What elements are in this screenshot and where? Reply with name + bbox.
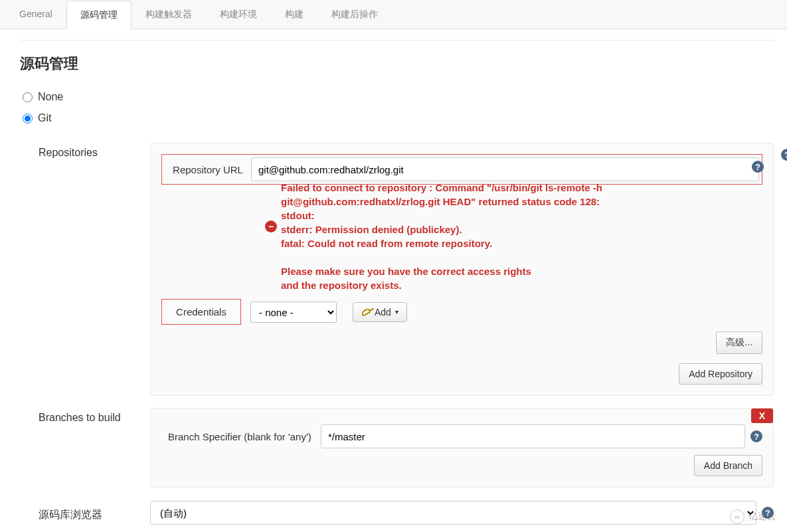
config-tabs: General 源码管理 构建触发器 构建环境 构建 构建后操作 <box>0 0 787 29</box>
credentials-label: Credentials <box>161 299 241 325</box>
tab-general[interactable]: General <box>5 0 66 29</box>
divider <box>20 40 774 41</box>
advanced-button[interactable]: 高级... <box>716 331 762 354</box>
credentials-select[interactable]: - none - <box>250 302 337 323</box>
add-repository-button[interactable]: Add Repository <box>679 363 762 385</box>
add-credentials-button[interactable]: Add ▾ <box>353 302 407 322</box>
scm-git-row[interactable]: Git <box>23 112 774 124</box>
branches-body: X Branch Specifier (blank for 'any') ? A… <box>150 408 774 488</box>
tab-scm[interactable]: 源码管理 <box>66 1 131 29</box>
branch-specifier-row: Branch Specifier (blank for 'any') ? <box>161 424 762 448</box>
help-icon[interactable]: ? <box>752 161 764 173</box>
error-row: − Failed to connect to repository : Comm… <box>161 181 762 292</box>
help-icon[interactable]: ? <box>750 430 762 442</box>
credentials-row: Credentials - none - Add ▾ <box>161 299 762 325</box>
scm-git-label: Git <box>38 112 51 124</box>
section-title: 源码管理 <box>20 54 774 74</box>
tab-build[interactable]: 构建 <box>271 0 317 29</box>
branch-specifier-label: Branch Specifier (blank for 'any') <box>161 426 321 448</box>
cloud-icon: ∞ <box>730 509 744 524</box>
repo-browser-select[interactable]: (自动) <box>150 501 756 525</box>
error-icon: − <box>265 221 277 232</box>
repositories-row: Repositories ? Repository URL ? − Failed… <box>39 143 774 396</box>
delete-branch-button[interactable]: X <box>751 408 773 423</box>
branch-specifier-input[interactable] <box>321 424 745 448</box>
add-label: Add <box>375 307 391 317</box>
repositories-body: ? Repository URL ? − Failed to connect t… <box>150 143 774 396</box>
chevron-down-icon: ▾ <box>395 308 398 315</box>
branches-label: Branches to build <box>39 408 150 424</box>
watermark: ∞ 亿速云 <box>730 509 776 524</box>
repo-browser-label: 源码库浏览器 <box>39 504 150 522</box>
repositories-label: Repositories <box>39 143 150 159</box>
tab-postbuild[interactable]: 构建后操作 <box>317 0 392 29</box>
scm-none-row[interactable]: None <box>23 91 774 103</box>
branches-row: Branches to build X Branch Specifier (bl… <box>39 408 774 488</box>
add-branch-button[interactable]: Add Branch <box>694 455 762 476</box>
tab-env[interactable]: 构建环境 <box>206 0 271 29</box>
error-text: Failed to connect to repository : Comman… <box>281 181 602 292</box>
tab-triggers[interactable]: 构建触发器 <box>131 0 206 29</box>
repo-browser-row: 源码库浏览器 (自动) ? <box>39 501 774 525</box>
scm-none-label: None <box>38 91 63 103</box>
scm-none-radio[interactable] <box>23 92 33 102</box>
scm-git-radio[interactable] <box>23 114 33 124</box>
key-icon <box>361 308 371 317</box>
watermark-text: 亿速云 <box>748 511 776 523</box>
help-icon[interactable]: ? <box>781 149 787 161</box>
